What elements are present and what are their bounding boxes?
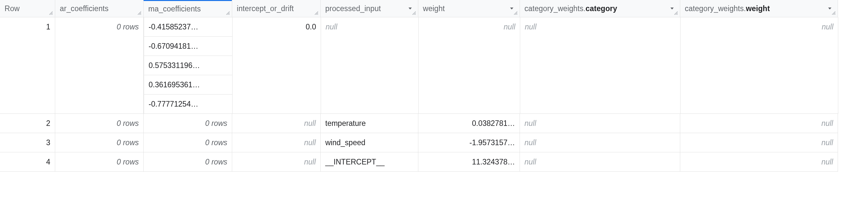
- null-value: null: [822, 23, 833, 31]
- col-header-label: Row: [5, 4, 50, 13]
- col-header-label: category_weights.category: [524, 4, 665, 13]
- col-header-category-weights-weight[interactable]: category_weights.weight: [680, 0, 838, 17]
- ar-cell: 0 rows: [55, 17, 144, 114]
- processed-input-cell: null: [321, 17, 418, 114]
- zero-rows-value: 0 rows: [205, 138, 227, 147]
- results-table: Row ar_coefficients ma_coefficients inte…: [0, 0, 868, 172]
- resize-handle-icon[interactable]: [673, 10, 679, 16]
- null-value: null: [304, 157, 316, 167]
- null-value: null: [304, 138, 316, 147]
- ma-cell: 0 rows: [143, 152, 232, 172]
- null-value: null: [304, 119, 316, 128]
- resize-handle-icon[interactable]: [513, 10, 519, 16]
- col-header-label: category_weights.weight: [685, 4, 823, 13]
- category-weight-cell: null: [680, 152, 838, 172]
- category-cell: null: [520, 17, 681, 114]
- null-value: null: [524, 119, 536, 128]
- cell-value: 11.324378…: [472, 157, 515, 167]
- zero-rows-value: 0 rows: [205, 119, 227, 128]
- intercept-cell: null: [232, 114, 321, 133]
- category-weight-cell: null: [680, 133, 838, 152]
- processed-input-cell: __INTERCEPT__: [320, 152, 418, 172]
- zero-rows-value: 0 rows: [205, 157, 227, 167]
- null-value: null: [821, 119, 833, 128]
- resize-handle-icon[interactable]: [831, 10, 837, 16]
- zero-rows-value: 0 rows: [117, 23, 139, 31]
- cell-value: __INTERCEPT__: [325, 157, 385, 167]
- null-value: null: [503, 23, 515, 31]
- col-header-processed-input[interactable]: processed_input: [320, 0, 418, 17]
- category-weight-cell: null: [680, 114, 838, 133]
- cell-value: 0.361695361…: [149, 81, 200, 89]
- ma-coefficients-list: -0.41585237…-0.67094181…0.575331196…0.36…: [144, 17, 232, 114]
- resize-handle-icon[interactable]: [225, 10, 231, 16]
- table-body: 10 rows-0.41585237…-0.67094181…0.5753311…: [0, 17, 868, 172]
- processed-input-cell: wind_speed: [320, 133, 418, 152]
- weight-cell: null: [418, 17, 520, 114]
- row-number-cell: 1: [0, 17, 55, 114]
- table-row: 10 rows-0.41585237…-0.67094181…0.5753311…: [0, 17, 868, 114]
- zero-rows-value: 0 rows: [117, 138, 139, 147]
- weight-cell: -1.9573157…: [418, 133, 520, 152]
- resize-handle-icon[interactable]: [137, 10, 143, 16]
- cell-value: -0.67094181…: [149, 42, 198, 51]
- cell-value: -0.41585237…: [149, 23, 198, 31]
- null-value: null: [524, 138, 536, 147]
- ma-cell: 0 rows: [143, 133, 232, 152]
- row-number-cell: 2: [0, 114, 55, 133]
- table-row: 40 rows0 rowsnull__INTERCEPT__11.324378……: [0, 152, 868, 172]
- col-header-row[interactable]: Row: [0, 0, 55, 17]
- category-cell: null: [520, 114, 680, 133]
- null-value: null: [524, 157, 536, 167]
- row-number: 3: [46, 138, 50, 147]
- row-number: 1: [46, 23, 50, 31]
- row-number: 2: [46, 119, 50, 128]
- col-header-label: processed_input: [325, 4, 404, 13]
- row-number-cell: 3: [0, 133, 55, 152]
- col-header-label: ma_coefficients: [148, 5, 227, 13]
- cell-value: wind_speed: [325, 138, 365, 147]
- intercept-cell: null: [232, 133, 321, 152]
- table-row: 30 rows0 rowsnullwind_speed-1.9573157…nu…: [0, 133, 868, 152]
- intercept-cell: 0.0: [232, 17, 321, 114]
- col-header-label: weight: [423, 4, 505, 13]
- cell-value: 0.0: [306, 23, 316, 31]
- ma-coefficient-cell: -0.77771254…: [144, 94, 232, 114]
- null-value: null: [821, 138, 833, 147]
- ma-coefficient-cell: 0.361695361…: [144, 75, 232, 94]
- col-header-label: intercept_or_drift: [237, 4, 316, 13]
- table-header-row: Row ar_coefficients ma_coefficients inte…: [0, 0, 868, 17]
- category-cell: null: [520, 152, 680, 172]
- table-row: 20 rows0 rowsnulltemperature0.0382781…nu…: [0, 114, 868, 133]
- col-header-ar-coefficients[interactable]: ar_coefficients: [55, 0, 144, 17]
- resize-handle-icon[interactable]: [48, 10, 54, 16]
- row-number-cell: 4: [0, 152, 55, 172]
- weight-cell: 0.0382781…: [418, 114, 520, 133]
- ar-cell: 0 rows: [55, 133, 144, 152]
- resize-handle-icon[interactable]: [411, 10, 417, 16]
- category-weight-cell: null: [680, 17, 838, 114]
- ma-coefficient-cell: -0.67094181…: [144, 36, 232, 56]
- zero-rows-value: 0 rows: [117, 119, 139, 128]
- weight-cell: 11.324378…: [418, 152, 520, 172]
- null-value: null: [326, 23, 337, 31]
- resize-handle-icon[interactable]: [314, 10, 320, 16]
- cell-value: 0.575331196…: [149, 61, 200, 70]
- col-header-ma-coefficients[interactable]: ma_coefficients: [143, 0, 232, 17]
- category-cell: null: [520, 133, 680, 152]
- cell-value: -1.9573157…: [470, 138, 515, 147]
- ar-cell: 0 rows: [55, 152, 144, 172]
- intercept-cell: null: [232, 152, 321, 172]
- ma-cell: 0 rows: [143, 114, 232, 133]
- null-value: null: [821, 157, 833, 167]
- col-header-intercept-or-drift[interactable]: intercept_or_drift: [232, 0, 321, 17]
- ma-coefficient-cell: 0.575331196…: [144, 56, 232, 75]
- col-header-label: ar_coefficients: [60, 4, 139, 13]
- col-header-weight[interactable]: weight: [418, 0, 520, 17]
- ar-cell: 0 rows: [55, 114, 144, 133]
- processed-input-cell: temperature: [320, 114, 418, 133]
- col-header-category-weights-category[interactable]: category_weights.category: [520, 0, 680, 17]
- cell-value: -0.77771254…: [149, 100, 198, 109]
- null-value: null: [525, 23, 536, 31]
- cell-value: 0.0382781…: [472, 119, 515, 128]
